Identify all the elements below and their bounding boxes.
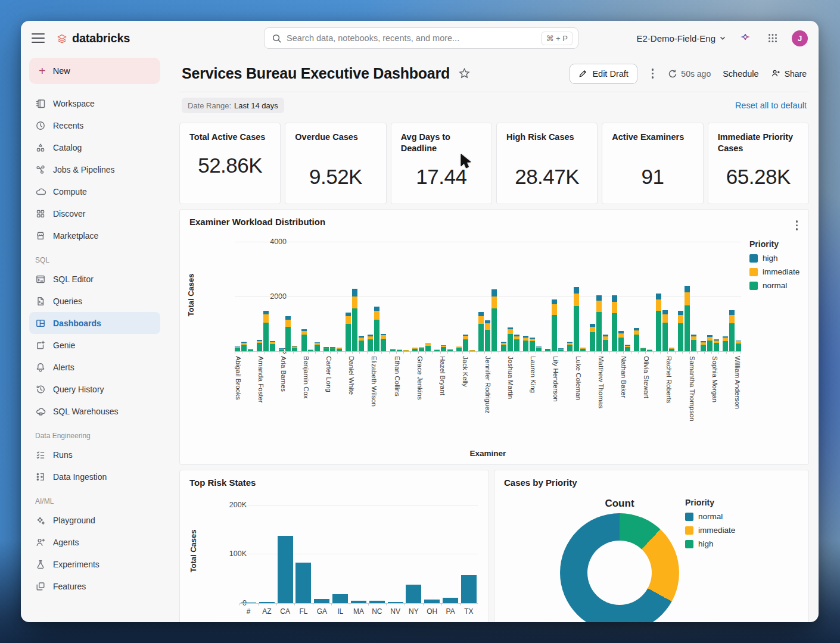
x-tick-label: Carter Long	[325, 356, 332, 445]
kpi-row: Total Active Cases 52.86KOverdue Cases 9…	[179, 123, 809, 204]
x-tick-label: Olivia Stewart	[643, 356, 650, 445]
x-tick-label: NY	[406, 607, 421, 616]
refresh-time: 50s ago	[681, 69, 711, 79]
sidebar-item-compute[interactable]: Compute	[29, 180, 160, 202]
stacked-bar	[723, 336, 728, 351]
date-range-filter[interactable]: Date Range: Last 14 days	[182, 98, 284, 113]
share-label: Share	[785, 69, 807, 79]
legend-label: normal	[763, 281, 787, 290]
stacked-bar	[662, 310, 668, 351]
sidebar-item-jobs-pipelines[interactable]: Jobs & Pipelines	[29, 158, 160, 180]
x-tick-label: Benjamin Cox	[303, 356, 310, 445]
main-content: Services Bureau Executive Dashboard Edit…	[170, 55, 819, 622]
risk-x-labels: #AZCAFLGAILMANCNVNYOHPATX	[239, 607, 478, 616]
avatar[interactable]: J	[792, 30, 808, 46]
stacked-bar	[346, 313, 351, 351]
x-tick-label: Grace Jenkins	[416, 356, 424, 445]
legend-item-immediate[interactable]: immediate	[749, 267, 799, 276]
legend-item-high[interactable]: high	[749, 254, 799, 263]
x-tick-label: Jennifer Rodriguez	[484, 356, 491, 445]
sidebar-item-label: Agents	[53, 538, 79, 547]
sidebar-item-experiments[interactable]: Experiments	[29, 553, 160, 575]
refresh-status[interactable]: 50s ago	[668, 69, 711, 79]
stacked-bar	[368, 335, 373, 352]
sidebar-item-discover[interactable]: Discover	[29, 202, 160, 224]
x-tick-label: Samantha Thompson	[689, 356, 696, 445]
stacked-bar	[523, 336, 528, 351]
share-button[interactable]: Share	[771, 68, 807, 79]
marketplace-icon	[35, 230, 46, 241]
favorite-star-icon[interactable]	[458, 67, 471, 80]
kpi-label: Active Examiners	[612, 132, 693, 143]
stacked-bar	[352, 289, 357, 351]
x-tick-label: Nathan Baker	[620, 356, 627, 445]
kpi-value: 28.47K	[506, 165, 587, 189]
stacked-bar	[536, 347, 542, 351]
schedule-button[interactable]: Schedule	[723, 69, 758, 79]
sidebar-item-sql-editor[interactable]: SQL Editor	[29, 268, 160, 290]
jobs-icon	[35, 164, 46, 175]
sidebar-item-query-history[interactable]: Query History	[29, 378, 160, 400]
risk-plot-area	[239, 505, 478, 603]
sidebar-item-label: Features	[53, 582, 86, 591]
kpi-value: 52.86K	[189, 154, 270, 177]
sidebar-item-genie[interactable]: Genie	[29, 334, 160, 356]
sidebar-item-label: Compute	[53, 187, 87, 196]
header-kebab-menu[interactable]	[649, 66, 657, 81]
sidebar-item-data-ingestion[interactable]: Data Ingestion	[29, 466, 160, 488]
stacked-bar	[235, 347, 240, 351]
sidebar-item-catalog[interactable]: Catalog	[29, 136, 160, 158]
risk-bar-GA	[314, 599, 329, 603]
genie-icon	[35, 340, 46, 351]
sidebar-item-sql-warehouses[interactable]: SQL Warehouses	[29, 400, 160, 422]
sidebar-item-queries[interactable]: Queries	[29, 290, 160, 312]
kpi-card-total-active-cases: Total Active Cases 52.86K	[179, 123, 281, 204]
search-icon	[272, 33, 282, 43]
dashboard-header: Services Bureau Executive Dashboard Edit…	[179, 55, 809, 92]
legend-item-normal[interactable]: normal	[749, 281, 799, 290]
sidebar-item-workspace[interactable]: Workspace	[29, 92, 160, 114]
risk-bar-CA	[278, 536, 293, 603]
workload-kebab-menu[interactable]	[794, 218, 801, 233]
stacked-bar	[685, 286, 690, 351]
workspace-icon	[35, 98, 46, 109]
x-tick-label: PA	[443, 607, 458, 616]
reset-all-link[interactable]: Reset all to default	[735, 101, 807, 110]
legend-swatch	[685, 513, 693, 521]
search-input[interactable]: Search data, notebooks, recents, and mor…	[264, 27, 578, 49]
x-tick-label: Elizabeth Wilson	[371, 356, 378, 445]
stacked-bar	[707, 335, 713, 351]
runs-icon	[35, 450, 46, 460]
sidebar-item-playground[interactable]: Playground	[29, 509, 160, 531]
databricks-logo[interactable]: databricks	[57, 32, 130, 45]
x-tick-label: Rachel Roberts	[665, 356, 673, 445]
sidebar-item-recents[interactable]: Recents	[29, 114, 160, 136]
assistant-sparkle-icon[interactable]	[737, 30, 754, 46]
legend-label: immediate	[698, 526, 735, 535]
sidebar-item-marketplace[interactable]: Marketplace	[29, 224, 160, 246]
examiner-workload-card: Examiner Workload Distribution Total Cas…	[179, 209, 809, 465]
new-button[interactable]: + New	[29, 58, 160, 84]
sidebar-item-dashboards[interactable]: Dashboards	[29, 312, 160, 334]
bar-group-jennifer-rodriguez	[478, 289, 497, 351]
sidebar-item-agents[interactable]: Agents	[29, 531, 160, 553]
legend-item-immediate[interactable]: immediate	[685, 526, 735, 535]
bar-group-benjamin-cox	[301, 329, 320, 351]
edit-draft-button[interactable]: Edit Draft	[570, 64, 637, 84]
sidebar-item-features[interactable]: Features	[29, 575, 160, 597]
stacked-bar	[678, 311, 683, 351]
stacked-bar	[603, 335, 608, 351]
bar-group-joshua-martin	[501, 327, 519, 351]
apps-grid-icon[interactable]	[764, 30, 781, 46]
legend-swatch	[749, 268, 758, 276]
stacked-bar	[241, 342, 247, 351]
sidebar-item-alerts[interactable]: Alerts	[29, 356, 160, 378]
legend-item-normal[interactable]: normal	[685, 512, 735, 521]
stacked-bar	[323, 347, 329, 351]
legend-item-high[interactable]: high	[685, 539, 735, 548]
x-tick-label: Joshua Martin	[507, 356, 514, 445]
hamburger-menu-icon[interactable]	[32, 33, 45, 43]
bar-group-samantha-thompson	[678, 286, 696, 351]
sidebar-item-runs[interactable]: Runs	[29, 444, 160, 466]
workspace-selector[interactable]: E2-Demo-Field-Eng	[636, 33, 726, 43]
